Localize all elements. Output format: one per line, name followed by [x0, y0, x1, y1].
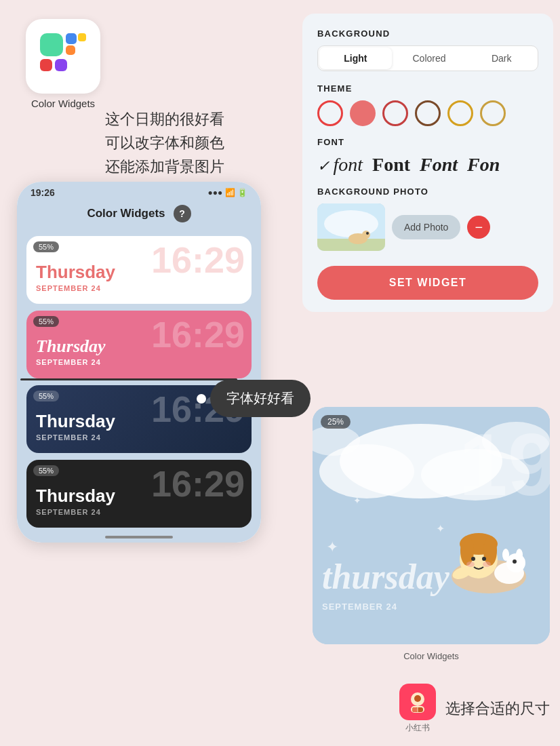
widget-time-2: 16:29: [151, 316, 245, 353]
status-time: 19:26: [31, 187, 55, 198]
remove-photo-button[interactable]: −: [467, 216, 490, 239]
background-label: BACKGROUND: [317, 28, 538, 39]
font-label: FONT: [317, 137, 538, 147]
preview-app-label: Color Widgets: [313, 651, 550, 661]
font-option-1[interactable]: font: [317, 154, 363, 176]
theme-salmon[interactable]: [350, 100, 376, 126]
phone-mockup: 19:26 ●●● 📶 🔋 Color Widgets ? 55% 16:29 …: [17, 182, 261, 543]
widget-time-1: 16:29: [151, 241, 245, 278]
status-bar: 19:26 ●●● 📶 🔋: [17, 182, 261, 202]
add-photo-button[interactable]: Add Photo: [392, 215, 460, 239]
preview-date-small: SEPTEMBER 24: [322, 602, 397, 612]
theme-label: THEME: [317, 83, 538, 94]
character-illustration: [441, 502, 536, 597]
svg-rect-4: [78, 33, 86, 41]
theme-outline-red[interactable]: [382, 100, 408, 126]
svg-rect-2: [55, 59, 67, 71]
svg-point-11: [366, 232, 369, 235]
bg-colored-btn[interactable]: Colored: [393, 46, 466, 71]
widget-time-4: 16:29: [151, 465, 245, 502]
bg-photo-label: BACKGROUND PHOTO: [317, 186, 538, 197]
widget-badge-1: 55%: [33, 241, 59, 252]
settings-panel: BACKGROUND Light Colored Dark THEME FONT…: [302, 14, 553, 312]
bottom-annotation: 选择合适的尺寸: [445, 699, 550, 719]
svg-point-25: [466, 562, 475, 567]
app-name-label: Color Widgets: [31, 98, 95, 109]
bg-photo-section: BACKGROUND PHOTO Add Photo: [317, 186, 538, 251]
phone-title: Color Widgets: [87, 207, 165, 220]
bg-dark-btn[interactable]: Dark: [465, 46, 538, 71]
star-deco-1: ✦: [326, 538, 338, 556]
widget-card-dark[interactable]: 55% 16:29 Thursday SEPTEMBER 24: [26, 460, 252, 528]
annotation-line3: 还能添加背景图片: [105, 155, 224, 178]
svg-point-23: [471, 557, 475, 561]
widget-preview-large: 25% 19 ✦ ✦ ✦: [313, 407, 550, 661]
annotation-block: 这个日期的很好看 可以改字体和颜色 还能添加背景图片: [105, 107, 224, 179]
xiaohongshu-label: 小红书: [405, 722, 430, 734]
font-row: font Font Font Fon: [317, 154, 538, 176]
widget-date-1: SEPTEMBER 24: [36, 284, 242, 292]
xiaohongshu-icon[interactable]: [399, 684, 436, 720]
bg-light-btn[interactable]: Light: [319, 47, 392, 69]
font-option-2[interactable]: Font: [372, 154, 410, 176]
widget-badge-3: 55%: [33, 391, 59, 401]
widget-badge-2: 55%: [33, 316, 59, 327]
widget-date-2: SEPTEMBER 24: [36, 358, 242, 366]
widget-date-4: SEPTEMBER 24: [36, 508, 242, 516]
theme-gold[interactable]: [447, 100, 473, 126]
divider-line: [20, 378, 237, 380]
preview-time-large: 19: [458, 420, 550, 509]
font-option-4[interactable]: Fon: [467, 154, 500, 176]
annotation-line1: 这个日期的很好看: [105, 107, 224, 131]
svg-rect-1: [40, 59, 52, 71]
svg-point-24: [482, 557, 486, 561]
annotation-line2: 可以改字体和颜色: [105, 131, 224, 155]
widget-card-light[interactable]: 55% 16:29 Thursday SEPTEMBER 24: [26, 236, 252, 304]
svg-point-31: [516, 549, 523, 561]
font-section: FONT font Font Font Fon: [317, 137, 538, 176]
svg-rect-5: [66, 45, 75, 55]
widget-preview-card[interactable]: 25% 19 ✦ ✦ ✦: [313, 407, 550, 644]
svg-rect-37: [412, 707, 418, 712]
svg-point-30: [502, 549, 509, 561]
preview-day-large: thursday: [322, 557, 449, 597]
tooltip-dot: [197, 394, 206, 404]
theme-red[interactable]: [317, 100, 343, 126]
theme-outline-gold[interactable]: [480, 100, 506, 126]
bottom-section: 小红书 选择合适的尺寸: [399, 684, 550, 734]
star-deco-3: ✦: [353, 495, 361, 506]
svg-point-29: [513, 560, 517, 564]
widget-date-3: SEPTEMBER 24: [36, 433, 242, 441]
status-icons: ●●● 📶 🔋: [208, 188, 247, 197]
help-button[interactable]: ?: [174, 205, 191, 222]
font-option-3[interactable]: Font: [420, 154, 458, 176]
svg-rect-0: [40, 33, 63, 56]
photo-thumb-inner: [317, 203, 385, 251]
photo-thumbnail: [317, 203, 385, 251]
preview-badge: 25%: [321, 415, 351, 429]
svg-point-34: [414, 695, 421, 702]
app-icon-container: Color Widgets: [26, 19, 100, 109]
theme-brown[interactable]: [415, 100, 441, 126]
bg-photo-row: Add Photo −: [317, 203, 538, 251]
theme-circles: [317, 100, 538, 126]
widget-badge-4: 55%: [33, 465, 59, 476]
theme-section: THEME: [317, 83, 538, 126]
set-widget-button[interactable]: SET WIDGET: [317, 266, 538, 300]
svg-point-10: [362, 231, 370, 239]
app-icon[interactable]: [26, 19, 100, 94]
svg-rect-3: [66, 33, 77, 44]
svg-point-7: [324, 210, 378, 237]
widget-card-pink[interactable]: 55% 16:29 Thursday SEPTEMBER 24: [26, 311, 252, 378]
phone-header: Color Widgets ?: [17, 202, 261, 229]
xiaohongshu-container: 小红书: [399, 684, 436, 734]
svg-point-21: [460, 536, 474, 566]
tooltip-bubble: 字体好好看: [210, 380, 311, 417]
tooltip-text: 字体好好看: [226, 389, 294, 408]
svg-point-26: [483, 562, 491, 567]
svg-point-22: [483, 536, 497, 566]
home-indicator: [105, 536, 173, 538]
phone-bottom-bar: [17, 537, 261, 543]
background-toggle: Light Colored Dark: [317, 45, 538, 71]
